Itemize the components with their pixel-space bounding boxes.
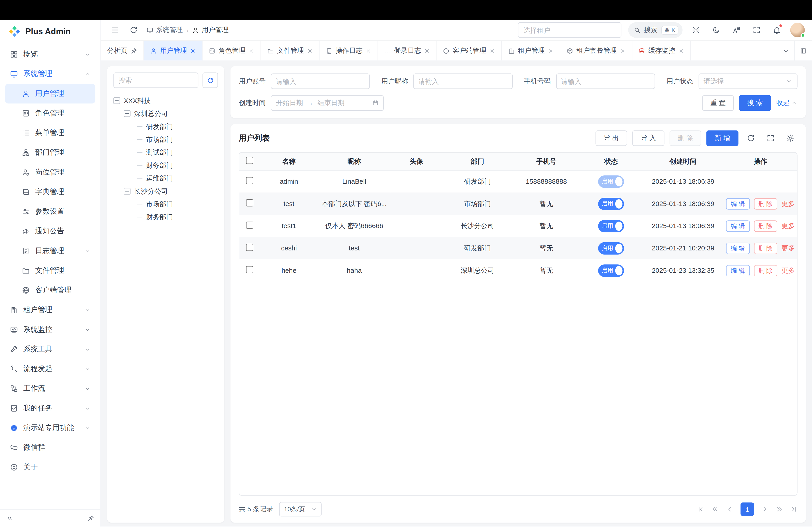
sidebar-item-post-mgmt[interactable]: 岗位管理	[5, 163, 95, 182]
close-icon[interactable]	[249, 48, 254, 54]
close-icon[interactable]	[307, 48, 313, 54]
reset-button[interactable]: 重 置	[702, 95, 734, 111]
table-settings-button[interactable]	[783, 131, 797, 146]
more-button[interactable]: 更多	[781, 222, 795, 229]
close-icon[interactable]	[620, 48, 625, 54]
first-page-icon[interactable]	[697, 506, 704, 513]
collapse-node-icon[interactable]	[124, 188, 131, 195]
sidebar-item-dict-mgmt[interactable]: 字典管理	[5, 182, 95, 202]
language-button[interactable]	[730, 23, 743, 37]
tree-node-shenzhen[interactable]: 深圳总公司	[114, 107, 218, 120]
close-icon[interactable]	[190, 48, 196, 54]
row-checkbox[interactable]	[246, 177, 253, 184]
sidebar-item-wechat-group[interactable]: 微信群	[5, 438, 95, 457]
tree-node-changsha[interactable]: 长沙分公司	[114, 185, 218, 198]
search-button[interactable]: 搜 索	[739, 95, 771, 111]
tree-refresh-button[interactable]	[203, 72, 218, 88]
current-page[interactable]: 1	[740, 502, 754, 516]
status-toggle[interactable]: 启用	[598, 175, 624, 188]
tree-node-dept[interactable]: 运维部门	[114, 172, 218, 185]
sidebar-item-overview[interactable]: 概览	[5, 44, 95, 64]
app-logo[interactable]: Plus Admin	[0, 20, 100, 44]
sidebar-item-log-mgmt[interactable]: 日志管理	[5, 241, 95, 261]
hamburger-menu-button[interactable]	[108, 23, 122, 37]
add-button[interactable]: 新 增	[707, 131, 738, 146]
close-icon[interactable]	[366, 48, 371, 54]
account-input[interactable]	[276, 77, 365, 85]
close-icon[interactable]	[548, 48, 553, 54]
close-icon[interactable]	[424, 48, 430, 54]
nickname-input[interactable]	[419, 77, 507, 85]
sidebar-item-user-mgmt[interactable]: 用户管理	[5, 84, 95, 104]
sidebar-item-workflow[interactable]: 工作流	[5, 379, 95, 398]
tab-tenant-mgmt[interactable]: 租户管理	[502, 41, 560, 60]
more-button[interactable]: 更多	[781, 244, 795, 252]
more-button[interactable]: 更多	[781, 199, 795, 207]
breadcrumb-current[interactable]: 用户管理	[192, 25, 229, 34]
delete-button[interactable]: 删 除	[669, 131, 701, 146]
user-avatar[interactable]	[791, 23, 805, 37]
import-button[interactable]: 导 入	[633, 131, 664, 146]
edit-button[interactable]: 编 辑	[726, 198, 750, 209]
tree-node-dept[interactable]: 市场部门	[114, 133, 218, 146]
breadcrumb-system[interactable]: 系统管理	[147, 25, 183, 34]
tree-node-dept[interactable]: 测试部门	[114, 146, 218, 159]
sidebar-item-role-mgmt[interactable]: 角色管理	[5, 104, 95, 123]
double-prev-icon[interactable]	[712, 506, 719, 513]
delete-row-button[interactable]: 删 除	[754, 265, 777, 276]
status-select[interactable]: 请选择	[698, 74, 798, 89]
sidebar-item-system[interactable]: 系统管理	[5, 64, 95, 84]
sidebar-item-file-mgmt[interactable]: 文件管理	[5, 261, 95, 281]
double-next-icon[interactable]	[776, 506, 783, 513]
sidebar-item-menu-mgmt[interactable]: 菜单管理	[5, 123, 95, 143]
tab-dropdown-button[interactable]	[777, 41, 794, 60]
sidebar-item-my-tasks[interactable]: 我的任务	[5, 398, 95, 418]
tab-cache-monitor[interactable]: 缓存监控	[632, 41, 691, 60]
next-page-icon[interactable]	[761, 506, 768, 513]
tree-node-dept[interactable]: 财务部门	[114, 211, 218, 223]
close-icon[interactable]	[490, 48, 495, 54]
tab-user-mgmt[interactable]: 用户管理	[144, 41, 202, 60]
tab-login-log[interactable]: 登录日志	[378, 41, 436, 60]
more-button[interactable]: 更多	[781, 266, 795, 274]
last-page-icon[interactable]	[791, 506, 798, 513]
tenant-select-input[interactable]	[518, 22, 621, 38]
sidebar-item-demo-features[interactable]: 演示站专用功能	[5, 418, 95, 438]
prev-page-icon[interactable]	[726, 506, 733, 513]
sidebar-item-notice[interactable]: 通知公告	[5, 222, 95, 241]
status-toggle[interactable]: 启用	[598, 220, 624, 232]
tree-node-dept[interactable]: 研发部门	[114, 120, 218, 133]
collapse-node-icon[interactable]	[114, 97, 120, 104]
row-checkbox[interactable]	[246, 266, 253, 273]
tab-analysis[interactable]: 分析页	[101, 41, 144, 60]
tab-fullscreen-button[interactable]	[794, 41, 812, 60]
collapse-node-icon[interactable]	[124, 110, 131, 117]
delete-row-button[interactable]: 删 除	[754, 243, 777, 254]
global-search-button[interactable]: 搜索 ⌘ K	[628, 22, 683, 38]
tab-operation-log[interactable]: 操作日志	[320, 41, 378, 60]
row-checkbox[interactable]	[246, 244, 253, 251]
delete-row-button[interactable]: 删 除	[754, 198, 777, 209]
export-button[interactable]: 导 出	[595, 131, 627, 146]
sidebar-item-client-mgmt[interactable]: 客户端管理	[5, 281, 95, 300]
close-icon[interactable]	[679, 48, 684, 54]
settings-button[interactable]	[689, 23, 703, 37]
tab-client-mgmt[interactable]: 客户端管理	[436, 41, 502, 60]
table-row[interactable]: hehe haha 深圳总公司 暂无 启用 2025-01-23 13:32:3…	[239, 259, 797, 282]
phone-input[interactable]	[561, 77, 650, 85]
sidebar-item-sys-tools[interactable]: 系统工具	[5, 340, 95, 359]
edit-button[interactable]: 编 辑	[726, 265, 750, 276]
collapse-sidebar-icon[interactable]	[6, 515, 13, 522]
sidebar-item-sys-monitor[interactable]: 系统监控	[5, 320, 95, 340]
tree-node-dept[interactable]: 财务部门	[114, 159, 218, 172]
tab-tenant-package-mgmt[interactable]: 租户套餐管理	[560, 41, 632, 60]
fullscreen-button[interactable]	[750, 23, 763, 37]
page-size-select[interactable]: 10条/页	[279, 502, 322, 516]
notifications-button[interactable]	[770, 23, 784, 37]
status-toggle[interactable]: 启用	[598, 197, 624, 210]
select-all-checkbox[interactable]	[246, 157, 253, 164]
sidebar-item-about[interactable]: 关于	[5, 457, 95, 477]
sidebar-item-flow-start[interactable]: 流程发起	[5, 359, 95, 379]
table-row[interactable]: ceshi test 研发部门 暂无 启用 2025-01-21 10:20:3…	[239, 237, 797, 259]
table-refresh-button[interactable]	[744, 131, 758, 146]
